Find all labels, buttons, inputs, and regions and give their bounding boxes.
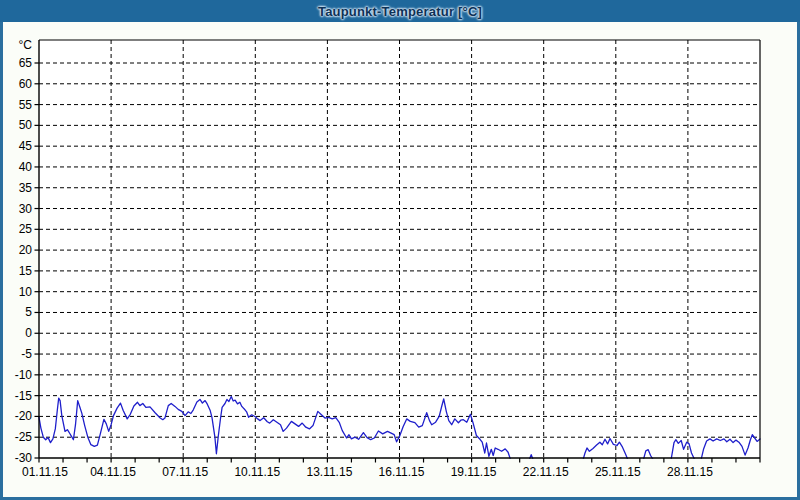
y-axis-tick-label: 50 xyxy=(19,118,33,132)
page-title: Taupunkt-Temperatur [°C] xyxy=(318,4,482,19)
y-axis-tick-label: -30 xyxy=(15,451,33,465)
x-axis-tick-label: 13.11.15 xyxy=(306,465,352,479)
chart-window: Taupunkt-Temperatur [°C] 656055504540353… xyxy=(0,0,800,500)
chart-root: 65605550454035302520151050-5-10-15-20-25… xyxy=(15,38,760,479)
y-axis-tick-label: 60 xyxy=(19,77,33,91)
dewpoint-line-chart: 65605550454035302520151050-5-10-15-20-25… xyxy=(0,22,800,500)
y-axis-tick-label: 20 xyxy=(19,243,33,257)
y-axis-tick-label: 25 xyxy=(19,222,33,236)
y-axis-tick-label: 5 xyxy=(25,305,32,319)
y-axis-tick-label: 65 xyxy=(19,56,33,70)
x-axis-tick-label: 25.11.15 xyxy=(595,465,641,479)
y-axis-tick-label: -20 xyxy=(15,409,33,423)
y-axis-tick-label: 10 xyxy=(19,285,33,299)
x-axis-tick-label: 16.11.15 xyxy=(379,465,425,479)
x-axis-tick-label: 10.11.15 xyxy=(234,465,280,479)
y-axis-tick-label: 30 xyxy=(19,202,33,216)
x-axis-tick-label: 22.11.15 xyxy=(523,465,569,479)
y-axis-tick-label: -15 xyxy=(15,389,33,403)
y-axis-tick-label: -25 xyxy=(15,430,33,444)
x-axis-tick-label: 07.11.15 xyxy=(162,465,208,479)
y-axis-tick-label: 40 xyxy=(19,160,33,174)
y-axis-tick-label: -10 xyxy=(15,368,33,382)
x-axis-tick-label: 04.11.15 xyxy=(90,465,136,479)
y-axis-unit-label: °C xyxy=(19,38,33,52)
y-axis-tick-label: 15 xyxy=(19,264,33,278)
x-axis-tick-label: 01.11.15 xyxy=(22,465,68,479)
x-axis-tick-label: 19.11.15 xyxy=(451,465,497,479)
y-axis-tick-label: 55 xyxy=(19,98,33,112)
y-axis-tick-label: 0 xyxy=(25,326,32,340)
title-bar: Taupunkt-Temperatur [°C] xyxy=(0,0,800,22)
x-axis-tick-label: 28.11.15 xyxy=(667,465,713,479)
y-axis-tick-label: -5 xyxy=(21,347,32,361)
y-axis-tick-label: 35 xyxy=(19,181,33,195)
y-axis-tick-label: 45 xyxy=(19,139,33,153)
